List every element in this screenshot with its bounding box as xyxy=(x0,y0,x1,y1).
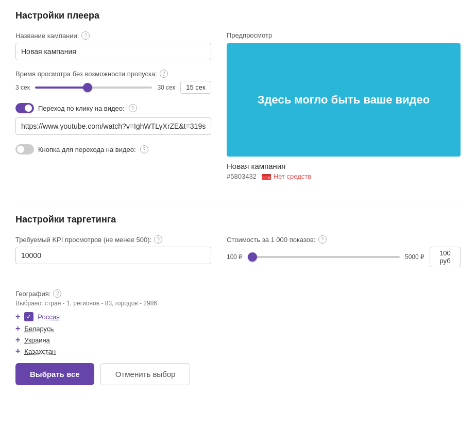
geo-list-item: +Беларусь xyxy=(15,324,461,333)
geo-list-item: +Украина xyxy=(15,336,461,344)
preview-balance-text: Нет средств xyxy=(274,173,311,180)
cost-value-box: 100 руб xyxy=(430,247,461,267)
cost-help-icon[interactable]: ? xyxy=(318,235,327,244)
svg-point-2 xyxy=(268,177,270,179)
skip-time-slider[interactable] xyxy=(35,87,152,89)
skip-time-max-label: 30 сек xyxy=(157,84,175,91)
select-all-button[interactable]: Выбрать все xyxy=(15,363,94,385)
cost-slider[interactable] xyxy=(248,256,400,258)
cost-slider-row: 100 ₽ 5000 ₽ 100 руб xyxy=(227,247,461,267)
click-toggle-row: Переход по клику на видео: ? xyxy=(15,103,211,113)
preview-video: Здесь могло быть ваше видео xyxy=(227,43,461,157)
click-toggle-group: Переход по клику на видео: ? xyxy=(15,103,211,135)
preview-video-text: Здесь могло быть ваше видео xyxy=(258,93,430,107)
kpi-label: Требуемый KPI просмотров (не менее 500):… xyxy=(15,235,211,244)
preview-campaign-id: #5803432 xyxy=(227,173,257,180)
wallet-icon xyxy=(262,173,271,180)
geo-country-name[interactable]: Казахстан xyxy=(24,348,56,355)
player-settings-title: Настройки плеера xyxy=(15,10,461,21)
button-toggle-row: Кнопка для перехода на видео: ? xyxy=(15,144,211,154)
button-toggle-group: Кнопка для перехода на видео: ? xyxy=(15,144,211,154)
skip-time-value-box: 15 сек xyxy=(180,81,211,94)
geo-list-item: +✓Россия xyxy=(15,312,461,321)
preview-panel: Предпросмотр Здесь могло быть ваше видео… xyxy=(227,31,461,180)
cost-group: Стоимость за 1 000 показов: ? 100 ₽ 5000… xyxy=(227,235,461,267)
click-toggle-label: Переход по клику на видео: xyxy=(38,105,125,112)
geo-country-name[interactable]: Беларусь xyxy=(24,325,54,333)
geo-checkbox-checked[interactable]: ✓ xyxy=(24,312,33,321)
kpi-help-icon[interactable]: ? xyxy=(154,235,162,244)
preview-campaign-name: Новая кампания xyxy=(227,162,461,170)
skip-time-label: Время просмотра без возможности пропуска… xyxy=(15,70,211,78)
cancel-selection-button[interactable]: Отменить выбор xyxy=(100,363,191,385)
button-toggle-track xyxy=(15,144,34,154)
geo-list-item: +Казахстан xyxy=(15,347,461,355)
button-row: Выбрать все Отменить выбор xyxy=(15,363,461,385)
button-toggle-label: Кнопка для перехода на видео: xyxy=(38,146,136,153)
cost-min-label: 100 ₽ xyxy=(227,253,243,261)
click-toggle-switch[interactable] xyxy=(15,103,34,113)
targeting-settings-title: Настройки таргетинга xyxy=(15,214,461,225)
campaign-name-input[interactable] xyxy=(15,43,211,60)
campaign-name-group: Название кампании: ? xyxy=(15,31,211,60)
skip-time-help-icon[interactable]: ? xyxy=(160,70,168,78)
campaign-name-help-icon[interactable]: ? xyxy=(81,31,90,40)
geo-list: +✓Россия+Беларусь+Украина+Казахстан xyxy=(15,312,461,355)
button-toggle-switch[interactable] xyxy=(15,144,34,154)
player-settings-left-panel: Название кампании: ? Время просмотра без… xyxy=(15,31,211,180)
campaign-name-label: Название кампании: ? xyxy=(15,31,211,40)
preview-meta: #5803432 Нет средств xyxy=(227,173,461,180)
geo-label: География: ? xyxy=(15,289,461,298)
button-toggle-help-icon[interactable]: ? xyxy=(140,145,148,153)
preview-label: Предпросмотр xyxy=(227,31,461,39)
geo-sublabel: Выбрано: стран - 1, регионов - 83, город… xyxy=(15,300,461,307)
cost-label: Стоимость за 1 000 показов: ? xyxy=(227,235,461,244)
click-toggle-help-icon[interactable]: ? xyxy=(129,104,137,112)
targeting-left: Требуемый KPI просмотров (не менее 500):… xyxy=(15,235,211,277)
svg-rect-1 xyxy=(262,174,271,176)
targeting-section: Настройки таргетинга Требуемый KPI просм… xyxy=(15,201,461,385)
skip-time-min-label: 3 сек xyxy=(15,84,30,91)
targeting-layout: Требуемый KPI просмотров (не менее 500):… xyxy=(15,235,461,277)
geo-section: География: ? Выбрано: стран - 1, регионо… xyxy=(15,289,461,385)
skip-time-slider-wrapper xyxy=(35,82,152,93)
geo-plus-icon[interactable]: + xyxy=(15,336,20,344)
cost-slider-wrapper xyxy=(248,252,400,262)
geo-country-name[interactable]: Украина xyxy=(24,336,50,344)
geo-plus-icon[interactable]: + xyxy=(15,313,20,321)
geo-country-name[interactable]: Россия xyxy=(38,313,60,321)
geo-plus-icon[interactable]: + xyxy=(15,324,20,333)
geo-check-icon: ✓ xyxy=(26,313,31,320)
cost-max-label: 5000 ₽ xyxy=(405,253,424,261)
kpi-input[interactable] xyxy=(15,247,211,264)
targeting-right: Стоимость за 1 000 показов: ? 100 ₽ 5000… xyxy=(227,235,461,277)
kpi-group: Требуемый KPI просмотров (не менее 500):… xyxy=(15,235,211,264)
preview-balance: Нет средств xyxy=(262,173,311,180)
geo-plus-icon[interactable]: + xyxy=(15,347,20,355)
click-url-input[interactable] xyxy=(15,117,211,135)
skip-time-group: Время просмотра без возможности пропуска… xyxy=(15,70,211,94)
skip-time-slider-row: 3 сек 30 сек 15 сек xyxy=(15,81,211,94)
click-toggle-track xyxy=(15,103,34,113)
geo-help-icon[interactable]: ? xyxy=(53,289,61,298)
